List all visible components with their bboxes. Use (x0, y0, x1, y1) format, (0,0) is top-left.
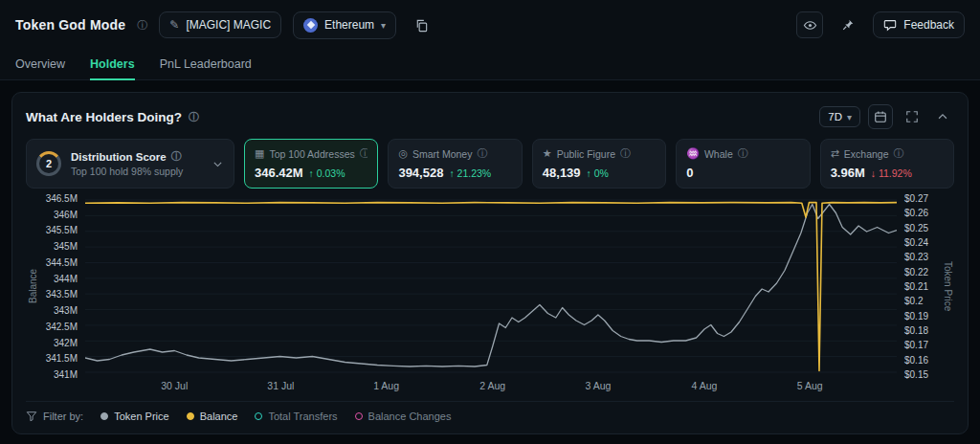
time-range-dropdown[interactable]: 7D ▾ (819, 106, 860, 127)
stat-change: ↓ 11.92% (871, 167, 912, 179)
info-icon[interactable]: ⓘ (171, 151, 182, 162)
stat-label: Smart Money (412, 148, 472, 160)
stat-label: Public Figure (557, 148, 615, 160)
panel-header: What Are Holders Doing? ⓘ 7D ▾ (26, 104, 954, 129)
info-icon[interactable]: ⓘ (738, 148, 748, 159)
token-price-dot-icon (100, 412, 108, 420)
y-axis-title-token-price: Token Price (941, 198, 954, 374)
stat-card-top-100-addresses[interactable]: ▦ Top 100 Addresses ⓘ 346.42M ↑ 0.03% (244, 139, 378, 189)
stat-value: 394,528 (398, 166, 443, 180)
chevron-down-icon: ▾ (381, 20, 386, 31)
copy-icon (414, 18, 429, 33)
chevron-down-icon: ▾ (847, 112, 852, 122)
star-icon: ★ (543, 147, 552, 160)
calendar-button[interactable] (868, 104, 893, 129)
y-axis-right-ticks: $0.27$0.26$0.25$0.24$0.23$0.22$0.21$0.2$… (897, 198, 941, 374)
ethereum-icon (303, 18, 318, 33)
feedback-label: Feedback (903, 18, 954, 32)
tab-overview[interactable]: Overview (15, 50, 65, 80)
expand-icon (905, 110, 919, 123)
stat-change: ↑ 0.03% (309, 167, 345, 179)
chevron-up-icon (936, 110, 949, 123)
distribution-score-label: Distribution Score (71, 151, 167, 163)
pin-icon (841, 18, 855, 32)
balance-changes-dot-icon (355, 412, 363, 420)
whale-icon: ♒ (686, 147, 700, 160)
expand-button[interactable] (901, 105, 924, 128)
token-selector-button[interactable]: ✎ [MAGIC] MAGIC (159, 11, 281, 38)
page-title: Token God Mode (15, 17, 125, 33)
chain-selector-button[interactable]: Ethereum ▾ (293, 11, 396, 39)
collapse-button[interactable] (931, 105, 954, 128)
feedback-button[interactable]: Feedback (873, 11, 965, 38)
stat-card-public-figure[interactable]: ★ Public Figure ⓘ 48,139 ↑ 0% (532, 139, 666, 189)
info-icon[interactable]: ⓘ (189, 112, 199, 122)
info-icon[interactable]: ⓘ (894, 148, 904, 159)
tab-holders[interactable]: Holders (90, 50, 135, 80)
tab-bar: Overview Holders PnL Leaderboard (0, 50, 980, 80)
stat-value: 0 (686, 166, 693, 180)
edit-icon: ✎ (169, 18, 179, 32)
info-icon[interactable]: ⓘ (620, 148, 631, 159)
chain-selector-label: Ethereum (324, 18, 374, 32)
chart-plot-area[interactable] (85, 198, 897, 374)
coin-icon: ◎ (398, 147, 408, 160)
info-icon[interactable]: ⓘ (360, 148, 368, 159)
time-range-label: 7D (828, 111, 842, 122)
stat-value: 48,139 (543, 166, 581, 180)
stat-label: Whale (704, 148, 733, 160)
funnel-icon (26, 411, 37, 422)
x-axis-ticks: 30 Jul31 Jul1 Aug2 Aug3 Aug4 Aug5 Aug (85, 374, 897, 393)
copy-address-button[interactable] (408, 11, 434, 38)
y-axis-left-ticks: 346.5M346M345.5M345M344.5M344M343.5M343M… (39, 198, 85, 374)
distribution-score-badge: 2 (36, 151, 61, 176)
stat-change: ↑ 21.23% (449, 167, 491, 179)
stat-value: 3.96M (831, 166, 865, 180)
distribution-score-texts: Distribution Score ⓘ Top 100 hold 98% su… (71, 151, 202, 177)
distribution-score-card[interactable]: 2 Distribution Score ⓘ Top 100 hold 98% … (26, 139, 234, 189)
total-transfers-dot-icon (255, 412, 262, 420)
chat-icon (883, 18, 897, 32)
exchange-icon: ⇄ (831, 147, 839, 160)
legend-total-transfers[interactable]: Total Transfers (255, 411, 337, 422)
panel-title: What Are Holders Doing? ⓘ (26, 110, 199, 124)
stat-value: 346.42M (255, 166, 303, 180)
info-icon[interactable]: ⓘ (477, 148, 487, 159)
top-bar: Token God Mode ⓘ ✎ [MAGIC] MAGIC Ethereu… (0, 0, 980, 50)
stat-label: Top 100 Addresses (269, 148, 354, 160)
chevron-down-icon (212, 158, 224, 170)
grid-icon: ▦ (255, 147, 264, 160)
watch-button[interactable] (796, 11, 823, 38)
holders-panel: What Are Holders Doing? ⓘ 7D ▾ (11, 92, 969, 434)
pin-button[interactable] (835, 11, 861, 38)
legend-token-price[interactable]: Token Price (100, 411, 168, 422)
stat-card-smart-money[interactable]: ◎ Smart Money ⓘ 394,528 ↑ 21.23% (388, 139, 522, 189)
y-axis-title-balance: Balance (26, 198, 39, 374)
chart-filter-bar: Filter by: Token Price Balance Total Tra… (26, 401, 954, 422)
panel-controls: 7D ▾ (819, 104, 954, 129)
legend-balance[interactable]: Balance (187, 411, 238, 422)
distribution-score-subtitle: Top 100 hold 98% supply (71, 166, 202, 177)
tab-pnl-leaderboard[interactable]: PnL Leaderboard (160, 50, 252, 80)
legend-balance-changes[interactable]: Balance Changes (355, 411, 452, 422)
balance-dot-icon (187, 412, 194, 420)
stat-card-exchange[interactable]: ⇄ Exchange ⓘ 3.96M ↓ 11.92% (820, 139, 954, 189)
stat-label: Exchange (844, 148, 889, 160)
calendar-icon (874, 110, 887, 123)
stat-card-whale[interactable]: ♒ Whale ⓘ 0 (676, 139, 810, 189)
info-icon[interactable]: ⓘ (137, 20, 147, 31)
stats-row: 2 Distribution Score ⓘ Top 100 hold 98% … (26, 139, 954, 189)
stat-change: ↑ 0% (587, 167, 609, 179)
holders-chart: Balance 346.5M346M345.5M345M344.5M344M34… (26, 198, 954, 393)
token-selector-label: [MAGIC] MAGIC (186, 18, 271, 32)
filter-by-label: Filter by: (26, 411, 83, 422)
eye-icon (803, 18, 817, 33)
